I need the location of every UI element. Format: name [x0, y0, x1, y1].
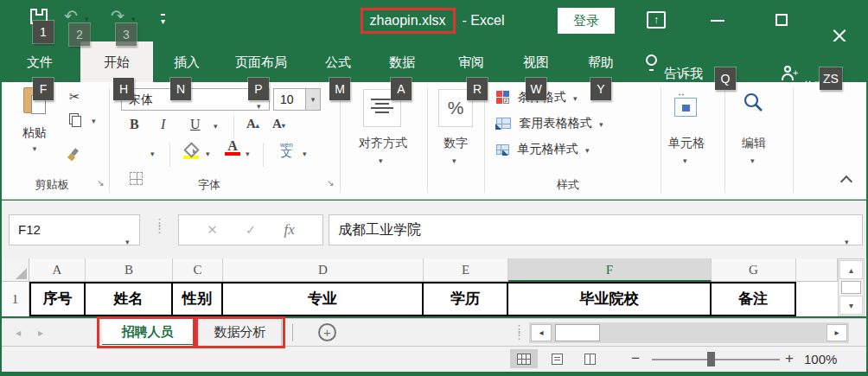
collapse-ribbon-icon[interactable]	[840, 175, 852, 188]
font-dialog-launcher-icon[interactable]: ↘	[327, 179, 335, 188]
underline-button[interactable]: U	[190, 117, 201, 132]
cancel-icon[interactable]: ✕	[207, 222, 218, 238]
scroll-down-icon[interactable]: ▾	[839, 296, 863, 315]
font-color-button[interactable]: A	[225, 141, 240, 156]
hscroll-right-icon[interactable]: ▸	[827, 324, 847, 341]
scrollbar-resize-handle-icon[interactable]: ⋮⋮	[514, 326, 525, 338]
formula-input[interactable]: 成都工业学院 ▾	[329, 214, 863, 245]
column-header-f-selected[interactable]: F	[508, 258, 712, 282]
bold-button[interactable]: B	[130, 117, 139, 132]
minimize-icon[interactable]	[711, 20, 724, 22]
phonetic-dropdown-icon[interactable]: ▾	[303, 150, 307, 158]
view-page-layout-button[interactable]	[543, 349, 571, 368]
select-all-corner[interactable]	[2, 258, 29, 282]
shrink-font-button[interactable]: A▾	[272, 118, 285, 131]
cell-h1-empty[interactable]	[798, 282, 838, 316]
redo-icon[interactable]: ↷	[111, 8, 124, 25]
sheet-tab-analysis[interactable]: 数据分析	[199, 319, 282, 347]
zoom-slider-track[interactable]	[652, 359, 780, 360]
vscroll-thumb[interactable]	[841, 281, 861, 294]
font-size-dropdown-icon[interactable]: ▾	[306, 88, 321, 111]
borders-icon[interactable]	[130, 172, 143, 185]
editing-label: 编辑	[730, 136, 778, 151]
copy-icon[interactable]	[69, 113, 80, 126]
phonetic-guide-button[interactable]: wén 文	[280, 141, 293, 156]
vertical-scrollbar[interactable]: ▴ ▾	[838, 258, 865, 316]
cell-styles-button[interactable]: 单元格样式 ▾	[496, 141, 589, 157]
hscroll-thumb[interactable]	[555, 324, 600, 341]
new-sheet-icon[interactable]: +	[318, 323, 336, 341]
cells-button[interactable]: ↔	[674, 98, 697, 117]
zoom-out-icon[interactable]: −	[631, 350, 640, 367]
format-as-table-button[interactable]: 套用表格格式 ▾	[496, 115, 603, 131]
cells-dropdown-icon[interactable]: ▾	[683, 156, 687, 165]
grow-font-button[interactable]: A▴	[246, 118, 259, 131]
name-box[interactable]: F12 ▾	[9, 214, 140, 245]
copy-dropdown-icon[interactable]: ▾	[92, 117, 96, 125]
redo-dropdown-icon[interactable]: ▾	[131, 15, 136, 23]
column-header-partial[interactable]	[796, 258, 838, 282]
cell-c1[interactable]: 性别	[173, 282, 223, 316]
close-icon[interactable]	[833, 29, 846, 42]
sheet-tab-recruiting[interactable]: 招聘人员	[102, 319, 194, 347]
editing-button[interactable]	[742, 91, 764, 117]
tab-home[interactable]: 开始	[80, 41, 153, 82]
zoom-slider-thumb[interactable]	[707, 352, 715, 366]
editing-dropdown-icon[interactable]: ▾	[750, 156, 755, 165]
sheet-nav-right-icon[interactable]: ▸	[38, 319, 43, 347]
alignment-dropdown-icon[interactable]: ▾	[379, 156, 383, 165]
column-header-b[interactable]: B	[86, 258, 173, 282]
formula-bar-handle-icon[interactable]: ⋮⋮	[154, 220, 165, 232]
cell-b1[interactable]: 姓名	[86, 282, 173, 316]
view-normal-button[interactable]	[510, 349, 538, 368]
horizontal-scrollbar[interactable]: ◂ ▸	[529, 322, 849, 343]
italic-button[interactable]: I	[161, 117, 165, 132]
underline-dropdown-icon[interactable]: ▾	[214, 122, 218, 131]
view-page-break-button[interactable]	[576, 349, 603, 368]
tab-formulas[interactable]: 公式	[313, 41, 363, 82]
paste-dropdown-icon[interactable]: ▾	[16, 144, 54, 153]
cell-a1[interactable]: 序号	[29, 282, 86, 316]
formula-expand-icon[interactable]: ▾	[845, 227, 849, 257]
insert-function-icon[interactable]: fx	[284, 221, 294, 239]
tab-help[interactable]: 帮助	[576, 41, 626, 82]
column-header-a[interactable]: A	[29, 258, 86, 282]
borders-dropdown-icon[interactable]: ▾	[150, 150, 155, 158]
cut-icon[interactable]: ✂	[69, 89, 80, 105]
enter-icon[interactable]: ✓	[246, 222, 257, 238]
tab-file[interactable]: 文件	[16, 41, 64, 82]
column-header-d[interactable]: D	[223, 258, 424, 282]
cell-e1[interactable]: 学历	[424, 282, 508, 316]
tab-review[interactable]: 审阅	[446, 41, 496, 82]
maximize-icon[interactable]	[775, 14, 788, 26]
tab-insert[interactable]: 插入	[163, 41, 211, 82]
hscroll-left-icon[interactable]: ◂	[531, 324, 552, 341]
cell-d1[interactable]: 专业	[223, 282, 424, 316]
ribbon-display-options-icon[interactable]: ↑	[647, 11, 666, 29]
column-header-g[interactable]: G	[712, 258, 796, 282]
column-header-e[interactable]: E	[424, 258, 508, 282]
format-painter-icon[interactable]	[67, 149, 80, 162]
scroll-up-icon[interactable]: ▴	[839, 260, 863, 279]
tab-view[interactable]: 视图	[511, 41, 561, 82]
name-box-dropdown-icon[interactable]: ▾	[125, 227, 130, 257]
zoom-in-icon[interactable]: +	[785, 350, 794, 367]
tab-data[interactable]: 数据	[377, 41, 427, 82]
undo-dropdown-icon[interactable]: ▾	[85, 15, 89, 23]
qat-customize-icon[interactable]: ▾	[161, 14, 165, 26]
login-button[interactable]: 登录	[558, 8, 615, 34]
undo-icon[interactable]: ↶	[64, 8, 78, 25]
fill-color-button[interactable]	[183, 144, 199, 159]
cell-g1[interactable]: 备注	[712, 282, 796, 316]
zoom-level[interactable]: 100%	[804, 352, 837, 366]
clipboard-dialog-launcher-icon[interactable]: ↘	[97, 179, 105, 188]
column-header-c[interactable]: C	[173, 258, 223, 282]
cell-f1[interactable]: 毕业院校	[508, 282, 712, 316]
row-header-1[interactable]: 1	[2, 282, 29, 316]
number-dropdown-icon[interactable]: ▾	[452, 156, 456, 165]
font-size-combo[interactable]: 10	[273, 88, 306, 111]
fill-color-dropdown-icon[interactable]: ▾	[206, 150, 210, 158]
tab-page-layout[interactable]: 页面布局	[221, 41, 301, 82]
font-color-dropdown-icon[interactable]: ▾	[246, 150, 250, 158]
sheet-nav-left-icon[interactable]: ◂	[16, 319, 21, 347]
